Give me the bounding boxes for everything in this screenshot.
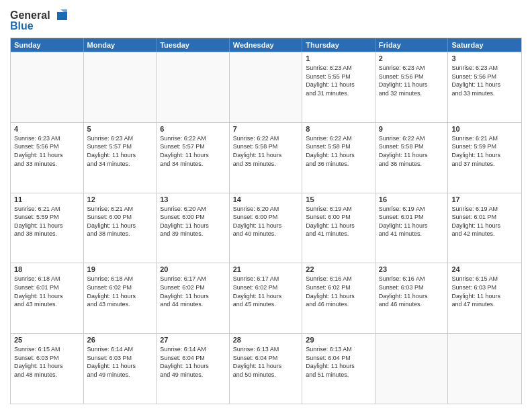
day-number: 5 (87, 125, 153, 133)
cal-cell: 16Sunrise: 6:19 AM Sunset: 6:01 PM Dayli… (375, 193, 449, 263)
cal-cell: 19Sunrise: 6:18 AM Sunset: 6:02 PM Dayli… (84, 263, 157, 333)
day-info: Sunrise: 6:21 AM Sunset: 6:00 PM Dayligh… (87, 205, 153, 238)
cal-cell: 28Sunrise: 6:13 AM Sunset: 6:04 PM Dayli… (230, 334, 303, 404)
day-number: 26 (87, 336, 153, 344)
cal-cell: 1Sunrise: 6:23 AM Sunset: 5:55 PM Daylig… (302, 52, 375, 122)
page: General Blue SundayMondayTuesdayWednesda… (0, 0, 532, 411)
calendar-body: 1Sunrise: 6:23 AM Sunset: 5:55 PM Daylig… (11, 52, 521, 404)
cal-cell: 8Sunrise: 6:22 AM Sunset: 5:58 PM Daylig… (302, 123, 375, 193)
day-info: Sunrise: 6:15 AM Sunset: 6:03 PM Dayligh… (14, 345, 80, 379)
day-number: 18 (14, 265, 80, 273)
day-info: Sunrise: 6:19 AM Sunset: 6:00 PM Dayligh… (306, 205, 371, 238)
weekday-header-friday: Friday (375, 38, 449, 52)
day-number: 3 (451, 54, 518, 62)
cal-cell: 2Sunrise: 6:23 AM Sunset: 5:56 PM Daylig… (375, 52, 449, 122)
day-number: 15 (306, 195, 371, 203)
cal-cell: 12Sunrise: 6:21 AM Sunset: 6:00 PM Dayli… (84, 193, 157, 263)
day-number: 19 (87, 265, 153, 273)
calendar-header: SundayMondayTuesdayWednesdayThursdayFrid… (11, 38, 521, 52)
cal-cell (84, 52, 157, 122)
day-number: 20 (160, 265, 226, 273)
week-row-1: 4Sunrise: 6:23 AM Sunset: 5:56 PM Daylig… (11, 122, 521, 193)
day-info: Sunrise: 6:16 AM Sunset: 6:03 PM Dayligh… (379, 275, 445, 308)
day-number: 11 (14, 195, 80, 203)
day-info: Sunrise: 6:17 AM Sunset: 6:02 PM Dayligh… (233, 275, 299, 308)
day-info: Sunrise: 6:21 AM Sunset: 5:59 PM Dayligh… (14, 205, 80, 238)
cal-cell: 20Sunrise: 6:17 AM Sunset: 6:02 PM Dayli… (157, 263, 230, 333)
day-number: 28 (233, 336, 299, 344)
cal-cell: 6Sunrise: 6:22 AM Sunset: 5:57 PM Daylig… (157, 123, 230, 193)
day-number: 13 (160, 195, 226, 203)
day-info: Sunrise: 6:22 AM Sunset: 5:57 PM Dayligh… (160, 134, 226, 168)
cal-cell: 29Sunrise: 6:13 AM Sunset: 6:04 PM Dayli… (302, 334, 375, 404)
week-row-2: 11Sunrise: 6:21 AM Sunset: 5:59 PM Dayli… (11, 193, 521, 263)
cal-cell: 25Sunrise: 6:15 AM Sunset: 6:03 PM Dayli… (11, 334, 84, 404)
cal-cell: 4Sunrise: 6:23 AM Sunset: 5:56 PM Daylig… (11, 123, 84, 193)
day-number: 16 (379, 195, 445, 203)
cal-cell: 13Sunrise: 6:20 AM Sunset: 6:00 PM Dayli… (157, 193, 230, 263)
weekday-header-saturday: Saturday (448, 38, 521, 52)
day-number: 21 (233, 265, 299, 273)
day-number: 2 (379, 54, 445, 62)
cal-cell (375, 334, 449, 404)
day-info: Sunrise: 6:13 AM Sunset: 6:04 PM Dayligh… (233, 345, 299, 379)
svg-text:General: General (10, 9, 50, 21)
cal-cell: 3Sunrise: 6:23 AM Sunset: 5:56 PM Daylig… (448, 52, 521, 122)
cal-cell: 22Sunrise: 6:16 AM Sunset: 6:02 PM Dayli… (302, 263, 375, 333)
day-info: Sunrise: 6:19 AM Sunset: 6:01 PM Dayligh… (379, 205, 445, 238)
cal-cell: 17Sunrise: 6:19 AM Sunset: 6:01 PM Dayli… (448, 193, 521, 263)
logo: General Blue (10, 7, 71, 32)
day-info: Sunrise: 6:19 AM Sunset: 6:01 PM Dayligh… (451, 205, 518, 238)
day-number: 17 (451, 195, 518, 203)
day-number: 25 (14, 336, 80, 344)
cal-cell: 15Sunrise: 6:19 AM Sunset: 6:00 PM Dayli… (302, 193, 375, 263)
cal-cell: 24Sunrise: 6:15 AM Sunset: 6:03 PM Dayli… (448, 263, 521, 333)
day-number: 29 (306, 336, 371, 344)
day-info: Sunrise: 6:22 AM Sunset: 5:58 PM Dayligh… (233, 134, 299, 168)
day-info: Sunrise: 6:13 AM Sunset: 6:04 PM Dayligh… (306, 345, 371, 379)
weekday-header-thursday: Thursday (302, 38, 375, 52)
day-info: Sunrise: 6:20 AM Sunset: 6:00 PM Dayligh… (233, 205, 299, 238)
day-number: 14 (233, 195, 299, 203)
cal-cell: 11Sunrise: 6:21 AM Sunset: 5:59 PM Dayli… (11, 193, 84, 263)
day-info: Sunrise: 6:16 AM Sunset: 6:02 PM Dayligh… (306, 275, 371, 308)
cal-cell: 26Sunrise: 6:14 AM Sunset: 6:03 PM Dayli… (84, 334, 157, 404)
calendar: SundayMondayTuesdayWednesdayThursdayFrid… (10, 38, 522, 404)
day-info: Sunrise: 6:20 AM Sunset: 6:00 PM Dayligh… (160, 205, 226, 238)
cal-cell: 27Sunrise: 6:14 AM Sunset: 6:04 PM Dayli… (157, 334, 230, 404)
cal-cell (230, 52, 303, 122)
week-row-3: 18Sunrise: 6:18 AM Sunset: 6:01 PM Dayli… (11, 263, 521, 333)
svg-text:Blue: Blue (10, 20, 34, 32)
weekday-header-monday: Monday (84, 38, 157, 52)
day-number: 4 (14, 125, 80, 133)
day-number: 22 (306, 265, 371, 273)
day-number: 6 (160, 125, 226, 133)
cal-cell: 23Sunrise: 6:16 AM Sunset: 6:03 PM Dayli… (375, 263, 449, 333)
day-number: 24 (451, 265, 518, 273)
day-number: 27 (160, 336, 226, 344)
day-number: 12 (87, 195, 153, 203)
day-info: Sunrise: 6:22 AM Sunset: 5:58 PM Dayligh… (306, 134, 371, 168)
day-info: Sunrise: 6:23 AM Sunset: 5:56 PM Dayligh… (14, 134, 80, 168)
day-info: Sunrise: 6:14 AM Sunset: 6:03 PM Dayligh… (87, 345, 153, 379)
week-row-4: 25Sunrise: 6:15 AM Sunset: 6:03 PM Dayli… (11, 333, 521, 404)
cal-cell: 9Sunrise: 6:22 AM Sunset: 5:58 PM Daylig… (375, 123, 449, 193)
day-info: Sunrise: 6:23 AM Sunset: 5:56 PM Dayligh… (451, 64, 518, 97)
day-info: Sunrise: 6:18 AM Sunset: 6:01 PM Dayligh… (14, 275, 80, 308)
day-number: 9 (379, 125, 445, 133)
day-info: Sunrise: 6:17 AM Sunset: 6:02 PM Dayligh… (160, 275, 226, 308)
week-row-0: 1Sunrise: 6:23 AM Sunset: 5:55 PM Daylig… (11, 52, 521, 122)
cal-cell: 18Sunrise: 6:18 AM Sunset: 6:01 PM Dayli… (11, 263, 84, 333)
day-info: Sunrise: 6:15 AM Sunset: 6:03 PM Dayligh… (451, 275, 518, 308)
day-number: 1 (306, 54, 371, 62)
cal-cell: 7Sunrise: 6:22 AM Sunset: 5:58 PM Daylig… (230, 123, 303, 193)
day-number: 23 (379, 265, 445, 273)
cal-cell: 21Sunrise: 6:17 AM Sunset: 6:02 PM Dayli… (230, 263, 303, 333)
cal-cell (448, 334, 521, 404)
logo-icon: General Blue (10, 7, 71, 32)
day-number: 7 (233, 125, 299, 133)
cal-cell: 14Sunrise: 6:20 AM Sunset: 6:00 PM Dayli… (230, 193, 303, 263)
day-info: Sunrise: 6:23 AM Sunset: 5:57 PM Dayligh… (87, 134, 153, 168)
day-info: Sunrise: 6:21 AM Sunset: 5:59 PM Dayligh… (451, 134, 518, 168)
day-info: Sunrise: 6:22 AM Sunset: 5:58 PM Dayligh… (379, 134, 445, 168)
